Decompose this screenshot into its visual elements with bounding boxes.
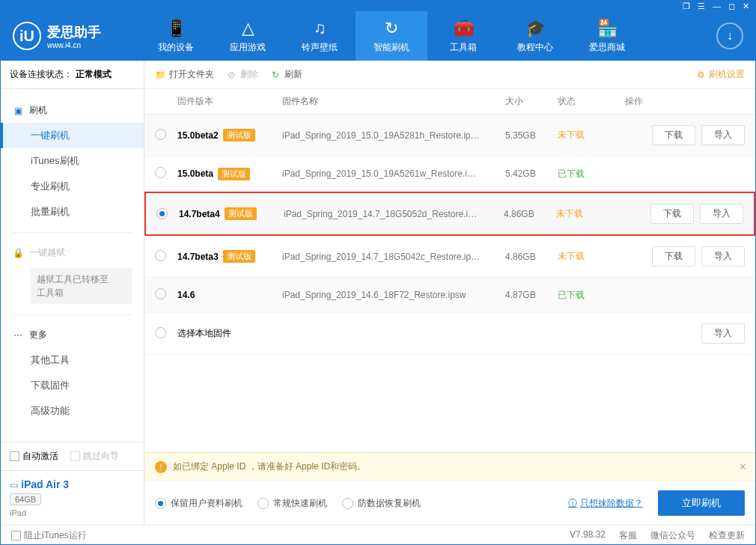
maximize-icon[interactable]: ◻ [728,1,735,11]
sidebar-item-oneclick[interactable]: 一键刷机 [1,123,144,148]
check-update-link[interactable]: 检查更新 [709,529,745,542]
status-cell: 已下载 [558,289,625,302]
label: 刷机设置 [709,68,745,81]
import-button[interactable]: 导入 [701,125,745,145]
firmware-row[interactable]: 14.7beta4 测试版iPad_Spring_2019_14.7_18G50… [144,192,755,236]
version-cell: 14.6 [177,290,282,300]
download-circle-icon[interactable]: ↓ [716,22,743,49]
sidebar-group-jailbreak: 🔒一键越狱 [1,240,144,265]
nav-icon: 🎓 [525,19,546,38]
firmware-row[interactable]: 14.7beta3 测试版iPad_Spring_2019_14.7_18G50… [144,236,755,278]
minimize-icon[interactable]: — [713,1,721,10]
warning-bar: ! 如已绑定 Apple ID ，请准备好 Apple ID和密码。 × [144,452,755,481]
col-status: 状态 [558,95,625,108]
local-firmware-row[interactable]: 选择本地固件 导入 [144,313,755,355]
import-button[interactable]: 导入 [701,246,745,267]
divider [13,232,132,233]
nav-item-2[interactable]: ♫铃声壁纸 [284,11,356,61]
group-label: 一键越狱 [29,246,65,259]
erase-data-link[interactable]: ⓘ只想抹除数据？ [568,497,643,510]
nav-icon: 📱 [166,19,186,38]
divider [13,314,132,315]
nav-icon: 🏪 [597,19,618,38]
download-button[interactable]: 下载 [650,204,694,224]
radio-icon[interactable] [155,327,166,338]
radio-icon [257,498,269,509]
firmware-row[interactable]: 15.0beta 测试版iPad_Spring_2019_15.0_19A526… [144,156,755,192]
nav-label: 爱思商城 [589,41,625,54]
conn-label: 设备连接状态： [10,68,73,81]
info-icon: ⓘ [568,497,577,510]
device-storage: 64GB [10,493,41,505]
radio-icon [342,498,353,509]
nav-item-6[interactable]: 🏪爱思商城 [571,11,643,61]
close-icon[interactable]: ✕ [743,1,749,11]
support-link[interactable]: 客服 [619,529,637,542]
radio-icon[interactable] [155,250,166,261]
nav-item-5[interactable]: 🎓教程中心 [499,11,571,61]
toolbar: 📁打开文件夹 ⊘删除 ↻刷新 ⚙刷机设置 [144,61,755,89]
warning-icon: ! [155,461,167,473]
label: 常规快速刷机 [273,497,327,510]
radio-icon[interactable] [155,288,166,299]
radio-icon[interactable] [155,129,166,140]
download-button[interactable]: 下载 [652,246,695,267]
opt-keep-data[interactable]: 保留用户资料刷机 [155,497,243,510]
tablet-icon: ▭ [10,480,18,490]
nav-item-3[interactable]: ↻智能刷机 [356,11,427,61]
action-bar: 保留用户资料刷机 常规快速刷机 防数据恢复刷机 ⓘ只想抹除数据？ 立即刷机 [144,481,755,525]
app-header: iU 爱思助手 www.i4.cn 📱我的设备△应用游戏♫铃声壁纸↻智能刷机🧰工… [1,11,755,61]
nav-item-0[interactable]: 📱我的设备 [140,11,212,61]
titlebar-btn[interactable]: ❐ [683,1,690,11]
gear-icon: ⚙ [697,70,705,80]
name-cell: iPad_Spring_2019_14.6_18F72_Restore.ipsw [282,290,505,300]
opt-antirecover[interactable]: 防数据恢复刷机 [342,497,421,510]
titlebar-btn[interactable]: ☰ [698,1,705,11]
auto-activate-checkbox[interactable]: 自动激活 [10,450,58,463]
opt-fast[interactable]: 常规快速刷机 [257,497,327,510]
ops-cell: 下载导入 [625,246,745,267]
nav-label: 我的设备 [158,41,194,54]
device-type: iPad [10,508,135,517]
sidebar-item-advanced[interactable]: 高级功能 [1,398,144,424]
size-cell: 4.86GB [505,252,558,262]
status-cell: 已下载 [558,168,625,180]
radio-icon[interactable] [155,167,166,178]
sidebar-group-flash[interactable]: ▣刷机 [1,98,144,123]
sidebar-item-download[interactable]: 下载固件 [1,373,144,398]
open-folder-button[interactable]: 📁打开文件夹 [155,68,214,81]
label: 防数据恢复刷机 [358,497,421,510]
skip-guide-checkbox[interactable]: 跳过向导 [70,450,119,463]
version-cell: 15.0beta2 测试版 [177,129,282,141]
name-cell: iPad_Spring_2019_15.0_19A5281h_Restore.i… [282,130,505,141]
import-button[interactable]: 导入 [700,204,743,224]
flash-settings-button[interactable]: ⚙刷机设置 [697,68,745,81]
close-warning-icon[interactable]: × [740,460,746,474]
sidebar-item-other[interactable]: 其他工具 [1,347,144,373]
sidebar-item-itunes[interactable]: iTunes刷机 [1,148,144,174]
sidebar-group-more[interactable]: ⋯更多 [1,323,144,347]
app-name: 爱思助手 [47,23,101,41]
connection-status: 设备连接状态： 正常模式 [1,61,144,89]
firmware-row[interactable]: 14.6 iPad_Spring_2019_14.6_18F72_Restore… [144,278,755,313]
block-itunes-checkbox[interactable]: 阻止iTunes运行 [11,529,87,542]
sidebar-item-pro[interactable]: 专业刷机 [1,174,144,199]
import-button[interactable]: 导入 [701,323,745,344]
beta-tag: 测试版 [225,207,257,220]
nav-icon: 🧰 [454,19,474,38]
nav-item-4[interactable]: 🧰工具箱 [427,11,499,61]
logo-icon: iU [13,22,41,50]
version-cell: 15.0beta 测试版 [177,168,282,180]
nav-icon: △ [242,19,254,38]
more-icon: ⋯ [13,330,23,341]
radio-icon[interactable] [156,208,168,219]
download-button[interactable]: 下载 [652,125,695,145]
firmware-row[interactable]: 15.0beta2 测试版iPad_Spring_2019_15.0_19A52… [144,115,755,156]
refresh-button[interactable]: ↻刷新 [270,68,302,81]
sidebar-item-batch[interactable]: 批量刷机 [1,199,144,225]
flash-now-button[interactable]: 立即刷机 [658,490,745,516]
nav-item-1[interactable]: △应用游戏 [212,11,284,61]
name-cell: iPad_Spring_2019_14.7_18G5052d_Restore.i… [284,209,504,219]
wechat-link[interactable]: 微信公众号 [650,529,695,542]
group-label: 更多 [29,329,47,341]
